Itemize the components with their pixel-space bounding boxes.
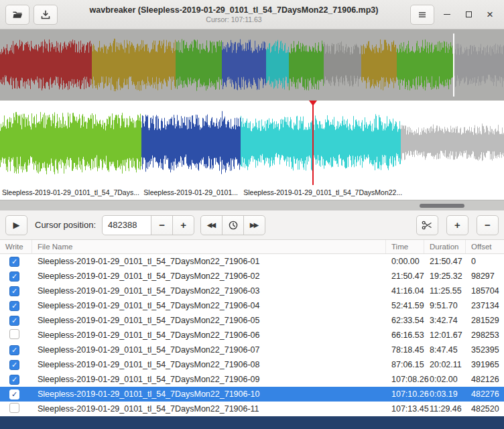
write-checkbox[interactable]: ✓ <box>9 360 19 370</box>
toolbar: ▶ Cursor position: − + ◀◀ ▶▶ <box>0 210 504 240</box>
write-checkbox[interactable]: ✓ <box>9 301 19 311</box>
overview-waveform[interactable] <box>0 29 504 101</box>
write-checkbox[interactable]: ✓ <box>9 316 19 326</box>
header-left-buttons <box>5 5 58 25</box>
cell-filename: Sleepless-2019-01-29_0101_tl_54_7DaysMon… <box>32 404 386 414</box>
cell-write: ✓ <box>0 286 32 296</box>
cell-time: 0:00.00 <box>386 257 424 266</box>
cell-duration: 21:50.47 <box>424 257 466 266</box>
overview-playhead <box>453 34 454 97</box>
cell-write: ✓ <box>0 389 32 400</box>
seek-forward-button[interactable]: ▶▶ <box>243 215 265 235</box>
cursor-readout: Cursor: 107:11.63 <box>62 15 406 23</box>
cell-offset: 482276 <box>466 389 504 399</box>
segment-label: Sleepless-2019-01-29_0101_tl_54_7DaysMon… <box>243 188 402 196</box>
cell-filename: Sleepless-2019-01-29_0101_tl_54_7DaysMon… <box>32 360 386 369</box>
cell-offset: 281529 <box>466 316 504 325</box>
add-break-button[interactable]: + <box>446 215 468 235</box>
seek-backward-button[interactable]: ◀◀ <box>200 215 223 235</box>
cell-write: ✓ <box>0 316 32 326</box>
table-row[interactable]: ✓ Sleepless-2019-01-29_0101_tl_54_7DaysM… <box>0 357 504 372</box>
cursor-decrement-button[interactable]: − <box>151 215 173 235</box>
zoom-waveform-canvas[interactable] <box>0 101 504 185</box>
cursor-increment-button[interactable]: + <box>172 215 194 235</box>
cell-offset: 0 <box>466 257 504 266</box>
minimize-icon <box>444 14 450 15</box>
cell-time: 78:18.45 <box>386 345 424 355</box>
cursor-marker[interactable] <box>309 101 317 106</box>
cell-offset: 98297 <box>466 271 504 281</box>
cell-duration: 12:01.67 <box>424 330 466 340</box>
cell-filename: Sleepless-2019-01-29_0101_tl_54_7DaysMon… <box>32 316 386 325</box>
folder-open-icon <box>12 9 23 20</box>
bottom-bar <box>0 416 504 429</box>
table-row[interactable]: ✓ Sleepless-2019-01-29_0101_tl_54_7DaysM… <box>0 372 504 387</box>
track-table: Write File Name Time Duration Offset ✓ S… <box>0 240 504 416</box>
cell-duration: 20:02.11 <box>424 360 466 369</box>
column-header-write[interactable]: Write <box>0 240 32 253</box>
table-row[interactable]: ✓ Sleepless-2019-01-29_0101_tl_54_7DaysM… <box>0 313 504 328</box>
cell-offset: 482126 <box>466 375 504 384</box>
cell-duration: 8:47.45 <box>424 345 466 355</box>
table-row[interactable]: ✓ Sleepless-2019-01-29_0101_tl_54_7DaysM… <box>0 254 504 269</box>
column-header-time[interactable]: Time <box>386 240 424 253</box>
split-button[interactable] <box>416 215 438 235</box>
write-checkbox[interactable] <box>9 329 19 339</box>
cell-offset: 298253 <box>466 330 504 340</box>
scissors-icon <box>422 220 433 231</box>
scrollbar-thumb[interactable] <box>420 204 465 208</box>
menu-button[interactable] <box>410 5 434 25</box>
table-row[interactable]: ✓ Sleepless-2019-01-29_0101_tl_54_7DaysM… <box>0 298 504 313</box>
maximize-button[interactable] <box>460 6 477 23</box>
cell-filename: Sleepless-2019-01-29_0101_tl_54_7DaysMon… <box>32 301 386 310</box>
cell-duration: 19:25.32 <box>424 271 466 281</box>
write-checkbox[interactable]: ✓ <box>9 286 19 296</box>
table-row[interactable]: ✓ Sleepless-2019-01-29_0101_tl_54_7DaysM… <box>0 387 504 402</box>
close-button[interactable]: × <box>481 6 499 23</box>
maximize-icon <box>466 11 472 17</box>
table-row[interactable]: ✓ Sleepless-2019-01-29_0101_tl_54_7DaysM… <box>0 343 504 357</box>
table-row[interactable]: Sleepless-2019-01-29_0101_tl_54_7DaysMon… <box>0 402 504 416</box>
remove-break-button[interactable]: − <box>477 215 499 235</box>
overview-waveform-canvas[interactable] <box>0 36 504 95</box>
cell-offset: 185704 <box>466 286 504 296</box>
column-header-offset[interactable]: Offset <box>466 240 504 253</box>
cell-write: ✓ <box>0 257 32 267</box>
write-checkbox[interactable] <box>9 403 19 413</box>
segment-label: Sleepless-2019-01-29_0101_tl_54_7Days... <box>2 188 139 196</box>
table-row[interactable]: ✓ Sleepless-2019-01-29_0101_tl_54_7DaysM… <box>0 284 504 298</box>
write-checkbox[interactable]: ✓ <box>9 257 19 267</box>
write-checkbox[interactable]: ✓ <box>9 271 19 282</box>
column-header-duration[interactable]: Duration <box>424 240 466 253</box>
minimize-button[interactable] <box>438 6 456 23</box>
minus-icon: − <box>159 219 165 231</box>
jump-to-time-button[interactable] <box>222 215 244 235</box>
cell-filename: Sleepless-2019-01-29_0101_tl_54_7DaysMon… <box>32 271 386 281</box>
cell-write: ✓ <box>0 360 32 370</box>
cell-filename: Sleepless-2019-01-29_0101_tl_54_7DaysMon… <box>32 375 386 384</box>
table-row[interactable]: Sleepless-2019-01-29_0101_tl_54_7DaysMon… <box>0 328 504 343</box>
cell-write: ✓ <box>0 345 32 355</box>
cursor-position-label: Cursor position: <box>35 220 96 230</box>
segment-labels: Sleepless-2019-01-29_0101_tl_54_7Days...… <box>0 188 504 197</box>
write-checkbox[interactable]: ✓ <box>9 375 19 385</box>
break-button-group: + − <box>416 215 499 235</box>
cell-time: 87:06.15 <box>386 360 424 369</box>
header-right-buttons: × <box>410 5 499 25</box>
save-button[interactable] <box>34 5 58 25</box>
column-header-filename[interactable]: File Name <box>32 240 386 253</box>
play-icon: ▶ <box>13 220 20 230</box>
write-checkbox[interactable]: ✓ <box>9 345 19 355</box>
waveform-scrollbar[interactable] <box>0 200 504 210</box>
cursor-position-input[interactable] <box>102 215 151 235</box>
cell-write: ✓ <box>0 301 32 311</box>
open-file-button[interactable] <box>5 5 29 25</box>
play-button[interactable]: ▶ <box>5 215 27 235</box>
cell-time: 21:50.47 <box>386 271 424 281</box>
seek-backward-icon: ◀◀ <box>207 221 216 229</box>
hamburger-menu-icon <box>417 9 428 20</box>
cell-filename: Sleepless-2019-01-29_0101_tl_54_7DaysMon… <box>32 345 386 355</box>
zoom-waveform[interactable]: Sleepless-2019-01-29_0101_tl_54_7Days...… <box>0 101 504 200</box>
table-row[interactable]: ✓ Sleepless-2019-01-29_0101_tl_54_7DaysM… <box>0 269 504 284</box>
write-checkbox[interactable]: ✓ <box>9 389 19 400</box>
